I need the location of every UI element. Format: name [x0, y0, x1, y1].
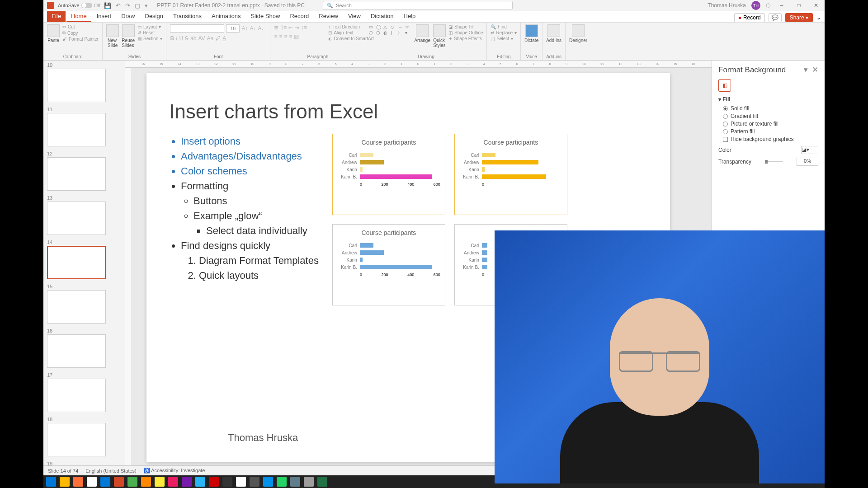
bold-button[interactable]: B [170, 35, 174, 42]
replace-button[interactable]: ⇄ Replace ▾ [491, 30, 517, 35]
undo-icon[interactable]: ↶ [116, 2, 121, 9]
thumbnail-14[interactable]: 14 [47, 239, 121, 279]
thumbnail-15[interactable]: 15 [47, 284, 121, 324]
arrange-button[interactable]: Arrange [414, 24, 430, 43]
window-close[interactable]: ✕ [810, 2, 822, 9]
thumbnail-10[interactable]: 10 [47, 62, 121, 102]
tab-record[interactable]: Record [285, 11, 313, 22]
app-icon[interactable] [127, 477, 137, 487]
layout-button[interactable]: ▭ Layout ▾ [137, 24, 162, 29]
font-color-button[interactable]: A [222, 35, 226, 42]
from-beginning-icon[interactable]: ▢ [135, 2, 140, 9]
comments-icon[interactable]: 💬 [769, 13, 782, 22]
window-minimize[interactable]: – [776, 2, 788, 9]
picture-fill-radio[interactable]: Picture or texture fill [723, 121, 818, 127]
save-icon[interactable]: 💾 [104, 2, 111, 9]
shadow-button[interactable]: ab [190, 35, 196, 42]
tab-insert[interactable]: Insert [92, 11, 116, 22]
color-picker[interactable]: ◪▾ [801, 146, 818, 154]
language-status[interactable]: English (United States) [85, 468, 137, 474]
tab-draw[interactable]: Draw [117, 11, 139, 22]
vlc-icon[interactable] [141, 477, 151, 487]
share-button[interactable]: Share ▾ [785, 13, 813, 22]
transparency-input[interactable]: 0% [797, 158, 818, 166]
shape-outline-button[interactable]: ◫ Shape Outline [448, 30, 483, 35]
hide-bg-checkbox[interactable]: Hide background graphics [723, 136, 818, 142]
align-text-button[interactable]: ⊟ Align Text [328, 30, 373, 35]
quick-styles-button[interactable]: Quick Styles [433, 24, 446, 48]
slide-thumbnails[interactable]: 10111213141516171819 [43, 61, 125, 465]
cut-button[interactable]: ✂ Cut [62, 24, 99, 29]
autosave-toggle[interactable]: AutoSaveOff [58, 3, 100, 8]
coming-soon-icon[interactable]: ⬡ [766, 2, 770, 9]
tab-transitions[interactable]: Transitions [169, 11, 206, 22]
shape-effects-button[interactable]: ✦ Shape Effects [448, 36, 483, 41]
section-button[interactable]: ▤ Section ▾ [137, 36, 162, 41]
accessibility-status[interactable]: ♿ Accessibility: Investigate [144, 468, 205, 474]
addins-button[interactable]: Add-ins [546, 24, 561, 43]
case-button[interactable]: Aa [207, 35, 214, 42]
app8-icon[interactable] [290, 477, 300, 487]
smartart-button[interactable]: ⬖ Convert to SmartArt [328, 36, 373, 41]
edge-icon[interactable] [100, 477, 110, 487]
collapse-ribbon-icon[interactable]: ⌄ [816, 14, 821, 21]
app3-icon[interactable] [168, 477, 178, 487]
slide-counter[interactable]: Slide 14 of 74 [48, 468, 78, 474]
thumbnail-17[interactable]: 17 [47, 372, 121, 412]
firefox-icon[interactable] [73, 477, 83, 487]
transparency-slider[interactable] [765, 161, 783, 162]
onenote-icon[interactable] [182, 477, 192, 487]
paste-button[interactable]: Paste [47, 24, 60, 43]
powerpoint-taskbar-icon[interactable] [114, 477, 124, 487]
slide-title[interactable]: Insert charts from Excel [169, 100, 647, 123]
chart-3[interactable]: Course participantsCarlAndrewKarinKarin … [332, 224, 445, 305]
strike-button[interactable]: S̶ [185, 35, 189, 42]
pane-dropdown-icon[interactable]: ▾ [804, 66, 808, 74]
search-input[interactable]: 🔍 Search [323, 1, 513, 10]
thumbnail-16[interactable]: 16 [47, 328, 121, 368]
telegram-icon[interactable] [195, 477, 205, 487]
shapes-gallery[interactable]: ▭◯△◇→☆ ⬠⬡◐{}▾ [369, 24, 411, 35]
spacing-button[interactable]: AV [198, 35, 205, 42]
quick-access-toolbar[interactable]: 💾 ↶ ↷ ▢ ▾ [104, 2, 148, 9]
highlight-button[interactable]: 🖍 [215, 35, 221, 42]
tab-view[interactable]: View [344, 11, 365, 22]
tab-file[interactable]: File [47, 11, 66, 22]
text-direction-button[interactable]: ↕ Text Direction [328, 24, 373, 29]
thumbnail-11[interactable]: 11 [47, 107, 121, 146]
tab-slide-show[interactable]: Slide Show [246, 11, 284, 22]
copy-button[interactable]: ⧉ Copy [62, 30, 99, 36]
fill-section[interactable]: ▾ Fill [718, 96, 818, 103]
thumbnail-19[interactable]: 19 [47, 461, 121, 465]
pane-close-icon[interactable]: ✕ [812, 66, 818, 74]
redo-icon[interactable]: ↷ [125, 2, 130, 9]
app6-icon[interactable] [250, 477, 259, 487]
excel-icon[interactable] [317, 477, 327, 487]
tab-review[interactable]: Review [314, 11, 343, 22]
font-size-select[interactable]: 10 [226, 24, 240, 33]
explorer-icon[interactable] [60, 477, 70, 487]
font-family-select[interactable] [170, 24, 224, 33]
thumbnail-12[interactable]: 12 [47, 151, 121, 191]
tab-dictation[interactable]: Dictation [366, 11, 398, 22]
gradient-fill-radio[interactable]: Gradient fill [723, 113, 818, 119]
chart-1[interactable]: Course participantsCarlAndrewKarinKarin … [332, 134, 445, 215]
obs-icon[interactable] [222, 477, 232, 487]
window-maximize[interactable]: □ [793, 2, 805, 9]
whatsapp-icon[interactable] [277, 477, 287, 487]
find-button[interactable]: 🔍 Find [491, 24, 517, 29]
slide-bullets[interactable]: Insert options Advantages/Disadvantages … [169, 134, 319, 305]
tab-home[interactable]: Home [66, 11, 91, 22]
avatar[interactable]: TH [751, 1, 760, 10]
tab-animations[interactable]: Animations [207, 11, 245, 22]
italic-button[interactable]: I [176, 35, 177, 42]
select-button[interactable]: ⬚ Select ▾ [491, 36, 517, 41]
start-icon[interactable] [46, 477, 56, 487]
shape-fill-button[interactable]: ◪ Shape Fill [448, 24, 483, 29]
underline-button[interactable]: U [179, 35, 183, 42]
solid-fill-radio[interactable]: Solid fill [723, 105, 818, 112]
designer-button[interactable]: Designer [569, 24, 587, 43]
reset-button[interactable]: ↺ Reset [137, 30, 162, 35]
chart-2[interactable]: Course participantsCarlAndrewKarinKarin … [454, 134, 567, 215]
record-button[interactable]: ●Record [734, 13, 765, 22]
